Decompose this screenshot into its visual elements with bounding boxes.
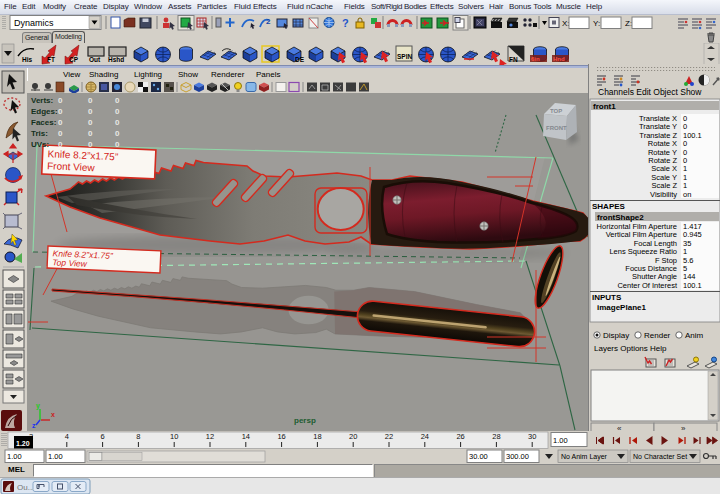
svg-text:0: 0: [115, 129, 120, 138]
svg-text:No Character Set: No Character Set: [633, 453, 687, 460]
svg-text:6: 6: [101, 432, 105, 441]
svg-text:26: 26: [456, 432, 464, 441]
svg-text:100.1: 100.1: [683, 281, 702, 290]
svg-text:No Anim Layer: No Anim Layer: [561, 453, 608, 461]
svg-text:Y:: Y:: [593, 19, 600, 28]
svg-text:Visibility: Visibility: [650, 190, 677, 199]
svg-text:Out: Out: [89, 56, 101, 63]
svg-text:6in: 6in: [531, 56, 540, 62]
svg-text:x: x: [51, 411, 55, 418]
svg-text:X:: X:: [562, 19, 570, 28]
svg-text:Center Of Interest: Center Of Interest: [617, 281, 678, 290]
svg-text:0: 0: [58, 118, 63, 127]
svg-text:30: 30: [528, 432, 536, 441]
svg-text:Hnd: Hnd: [553, 56, 565, 62]
svg-text:y: y: [36, 402, 40, 410]
svg-text:Display: Display: [603, 331, 629, 340]
svg-text:22: 22: [385, 432, 393, 441]
svg-text:Top View: Top View: [52, 257, 88, 269]
svg-text:0: 0: [115, 96, 120, 105]
svg-text:0: 0: [88, 118, 93, 127]
svg-text:2: 2: [266, 17, 271, 26]
svg-text:front1: front1: [593, 102, 616, 111]
svg-text:FN: FN: [509, 56, 518, 63]
svg-text:Render: Render: [644, 331, 671, 340]
svg-text:UVs:: UVs:: [31, 140, 49, 149]
svg-text:Edges:: Edges:: [31, 107, 58, 116]
svg-text:1.00: 1.00: [7, 452, 22, 461]
svg-text:28: 28: [492, 432, 500, 441]
svg-text:0: 0: [115, 140, 120, 149]
svg-text:20: 20: [349, 432, 357, 441]
svg-text:Z:: Z:: [625, 19, 632, 28]
svg-text:8: 8: [136, 432, 140, 441]
svg-text:12: 12: [206, 432, 214, 441]
svg-text:0: 0: [88, 140, 93, 149]
svg-text:persp: persp: [294, 416, 316, 425]
svg-text:0: 0: [58, 96, 63, 105]
svg-text:INPUTS: INPUTS: [592, 293, 622, 302]
svg-text:0: 0: [88, 129, 93, 138]
svg-text:1.20: 1.20: [16, 440, 30, 447]
svg-text:Front View: Front View: [47, 160, 96, 173]
svg-text:DE: DE: [295, 56, 305, 63]
svg-text:TOP: TOP: [550, 108, 562, 114]
svg-text:0: 0: [88, 107, 93, 116]
svg-text:0: 0: [58, 107, 63, 116]
svg-text:FT: FT: [47, 56, 55, 63]
svg-text:imagePlane1: imagePlane1: [597, 303, 646, 312]
svg-text:300.00: 300.00: [506, 452, 529, 461]
svg-text:14: 14: [242, 432, 250, 441]
svg-text:Layers Options Help: Layers Options Help: [594, 344, 667, 353]
svg-text:z: z: [32, 422, 36, 429]
svg-text:Faces:: Faces:: [31, 118, 56, 127]
svg-text:Tris:: Tris:: [31, 129, 48, 138]
svg-text:His: His: [22, 56, 33, 63]
svg-text:24: 24: [421, 432, 429, 441]
svg-text:SHAPES: SHAPES: [592, 202, 626, 211]
svg-text:Verts:: Verts:: [31, 96, 53, 105]
svg-text:FRONT: FRONT: [546, 125, 567, 131]
svg-text:16: 16: [277, 432, 285, 441]
svg-text:Dynamics: Dynamics: [14, 18, 54, 28]
svg-text:Hshd: Hshd: [108, 56, 124, 63]
svg-text:SPIN: SPIN: [397, 53, 412, 60]
svg-text:0: 0: [58, 140, 63, 149]
svg-text:18: 18: [313, 432, 321, 441]
svg-text:Ou...: Ou...: [17, 483, 34, 492]
svg-text:0: 0: [115, 107, 120, 116]
svg-text:?: ?: [342, 17, 349, 29]
svg-text:30.00: 30.00: [469, 452, 488, 461]
svg-text:Anim: Anim: [685, 331, 704, 340]
svg-text:frontShape2: frontShape2: [597, 213, 644, 222]
svg-text:1.00: 1.00: [48, 452, 63, 461]
svg-text:4: 4: [65, 432, 69, 441]
svg-text:on: on: [683, 190, 691, 199]
svg-text:0: 0: [115, 118, 120, 127]
svg-text:CP: CP: [69, 56, 79, 63]
svg-text:Channels Edit Object Show: Channels Edit Object Show: [598, 87, 702, 97]
svg-text:0: 0: [58, 129, 63, 138]
svg-text:0: 0: [88, 96, 93, 105]
svg-text:10: 10: [170, 432, 178, 441]
svg-text:1.00: 1.00: [553, 436, 568, 445]
